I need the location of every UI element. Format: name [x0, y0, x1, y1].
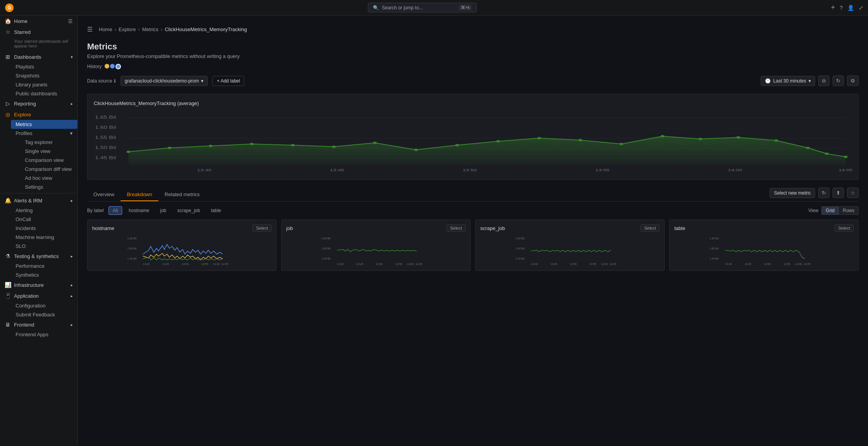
svg-text:1.40 Bil: 1.40 Bil	[322, 257, 331, 260]
tab-star-icon[interactable]: ☆	[847, 188, 859, 198]
sidebar-item-testing-synthetics[interactable]: ⚗ Testing & synthetics ▸	[0, 251, 77, 262]
svg-text:13:50: 13:50	[764, 263, 771, 265]
sidebar-item-application[interactable]: 📱 Application ▸	[0, 290, 77, 301]
tab-refresh-icon[interactable]: ↻	[818, 188, 830, 198]
sidebar-item-single-view[interactable]: Single view	[22, 147, 77, 156]
sidebar-item-tag-explorer[interactable]: Tag explorer	[22, 138, 77, 147]
svg-text:1.80 Bil: 1.80 Bil	[516, 237, 525, 240]
select-new-metric-button[interactable]: Select new metric	[770, 188, 815, 198]
tab-breakdown[interactable]: Breakdown	[121, 188, 158, 201]
sidebar-item-slo[interactable]: SLO	[11, 242, 77, 251]
view-rows-button[interactable]: Rows	[839, 206, 859, 215]
filter-job[interactable]: job	[156, 206, 171, 215]
application-icon: 📱	[5, 293, 11, 299]
tab-overview[interactable]: Overview	[87, 188, 121, 201]
sidebar-item-snapshots[interactable]: Snapshots	[11, 71, 77, 80]
datasource-row: Data source ℹ grafanacloud-clickhousedem…	[87, 76, 859, 86]
hamburger-icon[interactable]: ☰	[87, 26, 93, 33]
sidebar-item-infrastructure[interactable]: 📊 Infrastructure ▸	[0, 279, 77, 290]
datasource-chevron: ▾	[201, 78, 203, 84]
expand-button[interactable]: ⤢	[859, 5, 863, 11]
table-select-button[interactable]: Select	[835, 225, 854, 232]
view-grid-button[interactable]: Grid	[821, 206, 839, 215]
svg-text:13:45: 13:45	[330, 168, 344, 172]
sidebar-item-public-dashboards[interactable]: Public dashboards	[11, 89, 77, 98]
sidebar-item-configuration[interactable]: Configuration	[11, 301, 77, 310]
add-label-button[interactable]: + Add label	[212, 76, 244, 86]
hostname-select-button[interactable]: Select	[252, 225, 271, 232]
user-button[interactable]: 👤	[847, 5, 854, 11]
frontend-chevron: ▸	[71, 323, 73, 327]
settings-button[interactable]: ⚙	[847, 76, 859, 86]
filter-scrape-job[interactable]: scrape_job	[173, 206, 205, 215]
sidebar-reporting-label: Reporting	[14, 101, 36, 107]
search-box[interactable]: 🔍 Search or jump to... ⌘+k	[368, 3, 477, 12]
sidebar-item-home[interactable]: 🏠 Home ☰	[0, 16, 77, 26]
sidebar-toggle[interactable]: ☰	[68, 18, 73, 24]
svg-text:13:55: 13:55	[396, 263, 402, 265]
sidebar-item-machine-learning[interactable]: Machine learning	[11, 233, 77, 242]
svg-text:14:00: 14:00	[795, 263, 802, 265]
sidebar-item-starred[interactable]: ☆ Starred	[0, 26, 77, 37]
sidebar-item-frontend-apps[interactable]: Frontend Apps	[11, 330, 77, 339]
sidebar-item-oncall[interactable]: OnCall	[11, 215, 77, 224]
home-icon: 🏠	[5, 18, 11, 24]
zoom-out-button[interactable]: ⊖	[818, 76, 830, 86]
help-button[interactable]: ?	[840, 5, 843, 11]
sidebar-item-explore[interactable]: ◎ Explore	[0, 109, 77, 120]
sidebar-item-metrics[interactable]: Metrics	[11, 120, 77, 129]
chevron-icon: ▾	[71, 55, 73, 59]
svg-text:1.60 Bil: 1.60 Bil	[128, 247, 137, 250]
sidebar-item-comparison-diff-view[interactable]: Comparison diff view	[22, 165, 77, 174]
svg-text:13:45: 13:45	[745, 263, 752, 265]
sidebar-item-dashboards[interactable]: ⊞ Dashboards ▾	[0, 51, 77, 62]
svg-text:1.55 Bil: 1.55 Bil	[95, 135, 116, 140]
job-select-button[interactable]: Select	[446, 225, 466, 232]
sidebar-dashboards-sub: Playlists Snapshots Library panels Publi…	[0, 62, 77, 98]
sidebar-testing-label: Testing & synthetics	[14, 253, 59, 259]
filter-hostname[interactable]: hostname	[124, 206, 154, 215]
sidebar-item-reporting[interactable]: ▷ Reporting ▸	[0, 98, 77, 109]
view-buttons: Grid Rows	[821, 206, 859, 215]
sidebar-item-submit-feedback[interactable]: Submit Feedback	[11, 310, 77, 319]
svg-text:13:40: 13:40	[143, 263, 150, 265]
time-range-button[interactable]: 🕐 Last 30 minutes ▾	[761, 76, 815, 86]
app-chevron: ▸	[71, 294, 73, 298]
breadcrumb-explore[interactable]: Explore	[119, 26, 136, 32]
breadcrumb-metrics[interactable]: Metrics	[142, 26, 158, 32]
sidebar-item-synthetics[interactable]: Synthetics	[11, 270, 77, 279]
mini-chart-hostname: hostname Select 1.80 Bil 1.60 Bil 1.40 B…	[87, 219, 276, 271]
oncall-label: OnCall	[16, 216, 31, 222]
refresh-button[interactable]: ↻	[833, 76, 844, 86]
filter-all[interactable]: All	[108, 206, 122, 215]
grid-icon: ⊞	[5, 54, 11, 60]
synthetics-label: Synthetics	[16, 272, 39, 278]
sidebar-item-comparison-view[interactable]: Comparison view	[22, 156, 77, 165]
sidebar-item-incidents[interactable]: Incidents	[11, 224, 77, 233]
plus-button[interactable]: +	[831, 4, 835, 12]
topbar-right-actions: 🕐 Last 30 minutes ▾ ⊖ ↻ ⚙	[761, 76, 859, 86]
datasource-select[interactable]: grafanacloud-clickhousedemo-prom ▾	[121, 76, 208, 86]
svg-text:G: G	[7, 5, 11, 11]
tab-related-metrics[interactable]: Related metrics	[158, 188, 206, 201]
testing-chevron: ▸	[71, 254, 73, 258]
sidebar-item-alerts-irm[interactable]: 🔔 Alerts & IRM ▸	[0, 195, 77, 206]
tab-share-icon[interactable]: ⬆	[833, 188, 844, 198]
sidebar-item-profiles[interactable]: Profiles ▾	[11, 129, 77, 138]
sidebar-item-frontend[interactable]: 🖥 Frontend ▸	[0, 319, 77, 330]
sidebar-item-library-panels[interactable]: Library panels	[11, 80, 77, 89]
sidebar-item-ad-hoc-view[interactable]: Ad hoc view	[22, 174, 77, 183]
sidebar-dashboards-label: Dashboards	[14, 54, 41, 60]
breadcrumb-home[interactable]: Home	[99, 26, 112, 32]
sidebar-item-alerting[interactable]: Alerting	[11, 206, 77, 215]
performance-label: Performance	[16, 263, 44, 269]
sidebar-item-settings[interactable]: Settings	[22, 183, 77, 191]
svg-text:14:05: 14:05	[610, 263, 617, 265]
svg-text:13:40: 13:40	[337, 263, 344, 265]
scrape-job-select-button[interactable]: Select	[640, 225, 660, 232]
filter-table[interactable]: table	[206, 206, 225, 215]
sidebar-frontend-label: Frontend	[14, 322, 34, 328]
sidebar-item-performance[interactable]: Performance	[11, 262, 77, 270]
sidebar-item-playlists[interactable]: Playlists	[11, 62, 77, 71]
infra-chevron: ▸	[71, 283, 73, 287]
